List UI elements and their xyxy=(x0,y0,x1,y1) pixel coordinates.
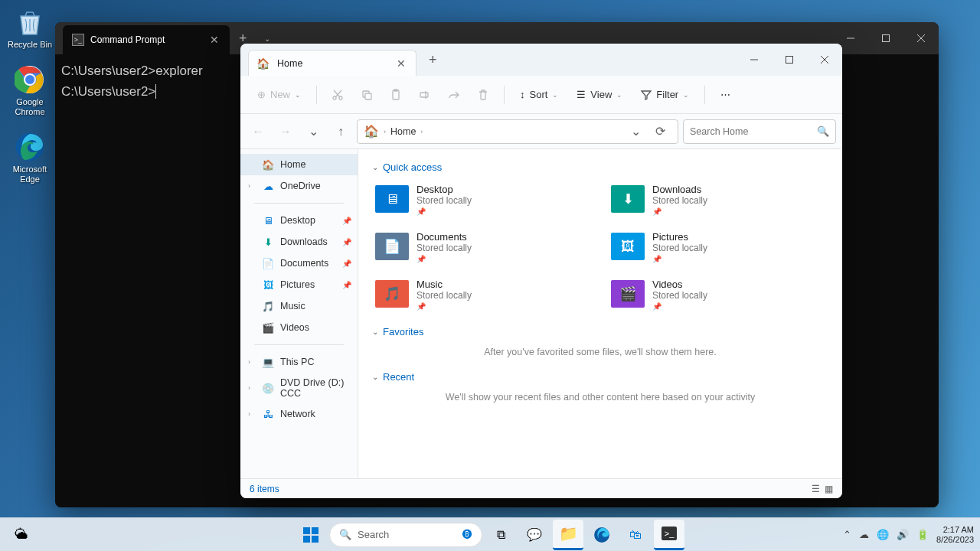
delete-button[interactable] xyxy=(470,82,496,108)
sort-button[interactable]: ↕ Sort ⌄ xyxy=(512,84,566,105)
more-button[interactable]: ⋯ xyxy=(713,84,738,105)
search-input[interactable] xyxy=(690,126,817,137)
nav-forward-button[interactable]: → xyxy=(274,120,297,143)
qa-subtitle: Stored locally xyxy=(652,195,707,206)
tray-onedrive-icon[interactable]: ☁ xyxy=(859,529,869,540)
pc-icon: 💻 xyxy=(262,356,274,368)
refresh-button[interactable]: ⟳ xyxy=(648,120,671,143)
taskbar-store[interactable]: 🛍 xyxy=(620,520,651,550)
large-icons-view-button[interactable]: ▦ xyxy=(825,484,833,494)
chat-icon: 💬 xyxy=(527,527,542,542)
quick-access-item[interactable]: 🎵 Music Stored locally 📌 xyxy=(372,276,593,314)
quick-access-item[interactable]: 🎬 Videos Stored locally 📌 xyxy=(608,276,828,314)
cut-button[interactable] xyxy=(325,82,351,108)
taskbar-edge[interactable] xyxy=(586,520,617,550)
taskbar-search[interactable]: 🔍 Search 🅑 xyxy=(329,523,482,547)
taskbar-clock[interactable]: 2:17 AM 8/26/2023 xyxy=(936,525,974,545)
taskbar-weather-widget[interactable]: 🌥 xyxy=(6,520,37,550)
section-recent[interactable]: ⌄Recent xyxy=(372,371,828,383)
tray-overflow-button[interactable]: ⌃ xyxy=(843,529,851,540)
weather-icon: 🌥 xyxy=(15,527,28,543)
quick-access-item[interactable]: 📄 Documents Stored locally 📌 xyxy=(372,228,593,266)
folder-icon: 🖼 xyxy=(611,233,645,260)
quick-access-item[interactable]: 🖥 Desktop Stored locally 📌 xyxy=(372,181,593,219)
nav-back-button[interactable]: ← xyxy=(247,120,270,143)
sidebar-item-onedrive[interactable]: ›☁OneDrive xyxy=(240,175,358,197)
chrome-icon xyxy=(14,64,46,96)
search-box[interactable]: 🔍 xyxy=(683,119,836,144)
explorer-minimize-button[interactable] xyxy=(737,44,772,76)
quick-access-item[interactable]: 🖼 Pictures Stored locally 📌 xyxy=(608,228,828,266)
cmd-tab[interactable]: >_ Command Prompt ✕ xyxy=(63,25,230,54)
svg-rect-23 xyxy=(312,536,318,543)
desktop-icon-recycle-bin[interactable]: Recycle Bin xyxy=(6,6,54,50)
sidebar-item-desktop[interactable]: 🖥Desktop📌 xyxy=(240,210,358,231)
explorer-close-button[interactable] xyxy=(807,44,842,76)
explorer-new-tab-button[interactable]: + xyxy=(416,52,449,68)
qa-title: Desktop xyxy=(416,184,472,195)
cmd-maximize-button[interactable] xyxy=(868,22,903,54)
section-quick-access[interactable]: ⌄Quick access xyxy=(372,161,828,173)
paste-button[interactable] xyxy=(383,82,409,108)
cmd-tab-close-button[interactable]: ✕ xyxy=(207,34,222,46)
taskbar-taskview[interactable]: ⧉ xyxy=(485,520,516,550)
explorer-maximize-button[interactable] xyxy=(772,44,807,76)
section-favorites[interactable]: ⌄Favorites xyxy=(372,326,828,337)
cmd-close-button[interactable] xyxy=(903,22,939,54)
qa-subtitle: Stored locally xyxy=(652,290,707,301)
nav-up-button[interactable]: ↑ xyxy=(329,120,352,143)
pictures-icon: 🖼 xyxy=(262,279,274,291)
chevron-down-icon: ⌄ xyxy=(295,91,301,99)
sidebar-item-home[interactable]: 🏠Home xyxy=(240,154,358,175)
sidebar-item-dvd[interactable]: ›💿DVD Drive (D:) CCC xyxy=(240,373,358,403)
sort-icon: ↕ xyxy=(520,89,525,100)
details-view-button[interactable]: ☰ xyxy=(812,484,820,494)
start-button[interactable] xyxy=(296,520,326,550)
sidebar-item-documents[interactable]: 📄Documents📌 xyxy=(240,253,358,274)
copy-button[interactable] xyxy=(354,82,380,108)
explorer-tab-close-button[interactable]: ✕ xyxy=(394,57,408,70)
download-icon: ⬇ xyxy=(262,236,274,248)
sidebar-item-pictures[interactable]: 🖼Pictures📌 xyxy=(240,274,358,295)
svg-rect-16 xyxy=(365,93,371,99)
taskbar-chat[interactable]: 💬 xyxy=(519,520,550,550)
sidebar-item-downloads[interactable]: ⬇Downloads📌 xyxy=(240,231,358,253)
windows-icon xyxy=(302,526,320,544)
new-button[interactable]: ⊕ New ⌄ xyxy=(250,84,309,105)
taskbar-terminal[interactable]: >_ xyxy=(654,520,684,550)
folder-icon: 🖥 xyxy=(375,185,409,213)
explorer-tab[interactable]: 🏠 Home ✕ xyxy=(248,50,416,76)
desktop-icon-edge[interactable]: Microsoft Edge xyxy=(6,131,54,184)
favorites-empty-text: After you've favorited some files, we'll… xyxy=(372,347,828,357)
cmd-tab-dropdown-button[interactable]: ⌄ xyxy=(256,34,278,43)
sidebar-item-network[interactable]: ›🖧Network xyxy=(240,403,358,425)
explorer-titlebar[interactable]: 🏠 Home ✕ + xyxy=(240,44,842,76)
sidebar-item-videos[interactable]: 🎬Videos xyxy=(240,317,358,338)
view-button[interactable]: ☰ View ⌄ xyxy=(569,84,630,105)
share-button[interactable] xyxy=(441,82,467,108)
tray-network-icon[interactable]: 🌐 xyxy=(877,529,889,540)
address-dropdown-button[interactable]: ⌄ xyxy=(624,120,647,143)
qa-subtitle: Stored locally xyxy=(416,243,472,253)
address-box[interactable]: 🏠 › Home › ⌄ ⟳ xyxy=(357,119,678,144)
breadcrumb-home[interactable]: Home xyxy=(390,126,416,137)
qa-title: Music xyxy=(416,279,472,290)
sidebar-item-thispc[interactable]: ›💻This PC xyxy=(240,351,358,373)
chevron-down-icon: ⌄ xyxy=(552,91,558,99)
taskbar-file-explorer[interactable]: 📁 xyxy=(553,520,583,550)
qa-title: Pictures xyxy=(652,231,707,243)
tray-battery-icon[interactable]: 🔋 xyxy=(916,529,929,540)
filter-button[interactable]: Filter ⌄ xyxy=(633,84,697,105)
nav-recent-button[interactable]: ⌄ xyxy=(302,120,325,143)
pin-icon: 📌 xyxy=(652,207,707,216)
desktop-icon-chrome[interactable]: Google Chrome xyxy=(6,64,54,117)
recent-empty-text: We'll show your recent files and other c… xyxy=(372,392,828,403)
rename-button[interactable] xyxy=(412,82,438,108)
explorer-address-bar: ← → ⌄ ↑ 🏠 › Home › ⌄ ⟳ 🔍 xyxy=(240,114,842,149)
sidebar-item-music[interactable]: 🎵Music xyxy=(240,295,358,317)
tray-volume-icon[interactable]: 🔊 xyxy=(897,529,909,540)
quick-access-item[interactable]: ⬇ Downloads Stored locally 📌 xyxy=(608,181,828,219)
pin-icon: 📌 xyxy=(416,207,472,216)
disc-icon: 💿 xyxy=(262,382,274,394)
network-icon: 🖧 xyxy=(262,408,274,420)
